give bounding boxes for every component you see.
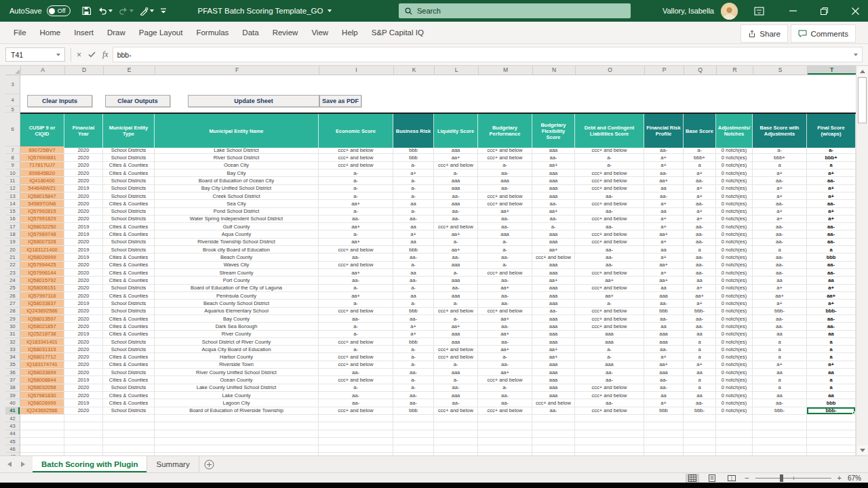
cell-L22[interactable]: aaa xyxy=(434,262,478,269)
cell-F10[interactable]: Bay City xyxy=(155,169,319,177)
cell-E24[interactable]: Cities & Counties xyxy=(103,277,155,284)
cell-O28[interactable]: ccc+ and below xyxy=(575,308,644,315)
cell-N33[interactable]: aa+ xyxy=(532,346,575,353)
cell-T43[interactable] xyxy=(807,422,856,430)
cell-P8[interactable]: a+ xyxy=(644,154,684,161)
cell-K12[interactable]: a- xyxy=(393,185,434,192)
cell-E14[interactable]: Cities & Counties xyxy=(103,200,155,207)
cell-O36[interactable]: aa- xyxy=(575,369,644,376)
cell-A42[interactable] xyxy=(20,415,64,422)
cell-D27[interactable]: 2019 xyxy=(64,300,103,307)
cell-F16[interactable]: Water Spring Independent School District xyxy=(155,216,319,223)
cell-P25[interactable]: aa xyxy=(644,285,684,292)
cell-R46[interactable] xyxy=(716,445,753,453)
page-layout-view-button[interactable] xyxy=(705,474,719,483)
cell-K9[interactable]: a- xyxy=(393,162,434,169)
cell-O29[interactable]: ccc+ and below xyxy=(575,315,644,323)
insert-function-icon[interactable]: fx xyxy=(102,49,108,60)
cell-L39[interactable]: aaa xyxy=(434,392,478,399)
cell-F44[interactable] xyxy=(155,430,319,438)
cell-K31[interactable]: a+ xyxy=(393,331,434,338)
cell-M33[interactable]: aa+ xyxy=(478,346,532,353)
cell-R17[interactable]: 0 notch(es) xyxy=(716,223,753,230)
cell-S10[interactable]: a+ xyxy=(753,169,807,177)
scrollbar-thumb[interactable] xyxy=(858,77,867,123)
cell-D36[interactable]: 2020 xyxy=(64,369,103,376)
cell-K20[interactable]: bbb xyxy=(393,246,434,253)
cell-S31[interactable]: aa xyxy=(753,331,807,338)
cell-E13[interactable]: School Districts xyxy=(103,192,155,200)
cell-N28[interactable]: aa- xyxy=(532,308,575,315)
ribbon-tab-help[interactable]: Help xyxy=(335,22,365,44)
cell-F33[interactable]: Acqua City Board of Education xyxy=(155,346,319,353)
formula-bar-expand-icon[interactable] xyxy=(854,54,858,56)
cell-D37[interactable]: 2019 xyxy=(64,376,103,384)
cell-R30[interactable]: 0 notch(es) xyxy=(716,323,753,330)
cell-I14[interactable]: aa+ xyxy=(319,200,393,207)
cell-I18[interactable]: a- xyxy=(319,230,393,238)
table-header-adjustments-notches[interactable]: Adjustments/ Notches xyxy=(716,114,753,148)
cell-S27[interactable]: a+ xyxy=(753,300,807,307)
cell-E28[interactable]: School Districts xyxy=(103,308,155,315)
cell-P46[interactable] xyxy=(644,445,684,453)
cell-N11[interactable]: aaa xyxy=(532,177,575,184)
autosave-toggle[interactable]: Off xyxy=(47,5,71,16)
cell-N39[interactable]: aaa xyxy=(532,392,575,399)
cell-L15[interactable]: aa- xyxy=(434,208,478,216)
row-header-30[interactable]: 30 xyxy=(5,323,20,330)
ribbon-tab-home[interactable]: Home xyxy=(33,22,68,44)
cell-T46[interactable] xyxy=(807,445,856,453)
cell-K30[interactable]: a+ xyxy=(393,323,434,330)
table-header-debt-and-contingent-liabilities-score[interactable]: Debt and Contingent Liabilities Score xyxy=(575,114,644,148)
cell-L41[interactable]: ccc+ and below xyxy=(434,407,478,415)
cell-Q39[interactable]: aa xyxy=(684,392,716,399)
cell-E9[interactable]: Cities & Counties xyxy=(103,162,155,169)
cell-E20[interactable]: School Districts xyxy=(103,246,155,253)
cell-D11[interactable]: 2020 xyxy=(64,177,103,184)
cell-M30[interactable]: aa- xyxy=(478,323,532,330)
cell-S17[interactable]: aa- xyxy=(753,223,807,230)
cell-M11[interactable]: aaa xyxy=(478,177,532,184)
cell-R38[interactable]: 0 notch(es) xyxy=(716,384,753,392)
cell-N18[interactable]: aaa xyxy=(532,230,575,238)
cell-F22[interactable]: Waves City xyxy=(155,262,319,269)
cell-I31[interactable]: a- xyxy=(319,331,393,338)
cell-S34[interactable]: a xyxy=(753,353,807,361)
cell-N17[interactable]: a- xyxy=(532,223,575,230)
row-header-31[interactable]: 31 xyxy=(5,331,20,338)
cell-F23[interactable]: Stream County xyxy=(155,269,319,277)
cell-S14[interactable]: aa- xyxy=(753,200,807,207)
cell-K36[interactable]: aa- xyxy=(393,369,434,376)
table-header-budgetary-flexibility-score[interactable]: Budgetary Flexibility Score xyxy=(532,114,575,148)
cell-F7[interactable]: Lake School District xyxy=(155,146,319,154)
cell-M42[interactable] xyxy=(478,415,532,422)
cell-T10[interactable]: a+ xyxy=(807,169,856,177)
cell-T36[interactable]: aa xyxy=(807,369,856,376)
ribbon-display-options-icon[interactable] xyxy=(750,0,768,22)
cell-D38[interactable]: 2020 xyxy=(64,384,103,392)
cell-A22[interactable]: IQ57994425 xyxy=(20,262,64,269)
cell-N12[interactable]: aaa xyxy=(532,185,575,192)
cell-L33[interactable]: ccc+ and below xyxy=(434,346,478,353)
cell-M16[interactable]: aa- xyxy=(478,216,532,223)
cell-L29[interactable]: a- xyxy=(434,315,478,323)
cell-T22[interactable]: aa- xyxy=(807,262,856,269)
cell-Q17[interactable]: aa- xyxy=(684,223,716,230)
cell-N16[interactable]: aa- xyxy=(532,216,575,223)
cell-F38[interactable]: Lake County Unified School District xyxy=(155,384,319,392)
cell-Q40[interactable]: aa- xyxy=(684,399,716,407)
cell-E38[interactable]: School Districts xyxy=(103,384,155,392)
cell-F39[interactable]: Lake County xyxy=(155,392,319,399)
cell-K18[interactable]: a+ xyxy=(393,230,434,238)
cell-K11[interactable]: a- xyxy=(393,177,434,184)
cell-E15[interactable]: School Districts xyxy=(103,208,155,216)
cell-A11[interactable]: IQ4180400 xyxy=(20,177,64,184)
cell-Q20[interactable]: a xyxy=(684,246,716,253)
row-header-46[interactable]: 46 xyxy=(5,445,20,453)
cell-D39[interactable]: 2020 xyxy=(64,392,103,399)
row-header-41[interactable]: 41 xyxy=(5,407,20,415)
cell-T45[interactable] xyxy=(807,438,856,445)
cell-T31[interactable]: aa xyxy=(807,331,856,338)
cell-Q25[interactable]: a+ xyxy=(684,285,716,292)
cell-K13[interactable]: a- xyxy=(393,192,434,200)
